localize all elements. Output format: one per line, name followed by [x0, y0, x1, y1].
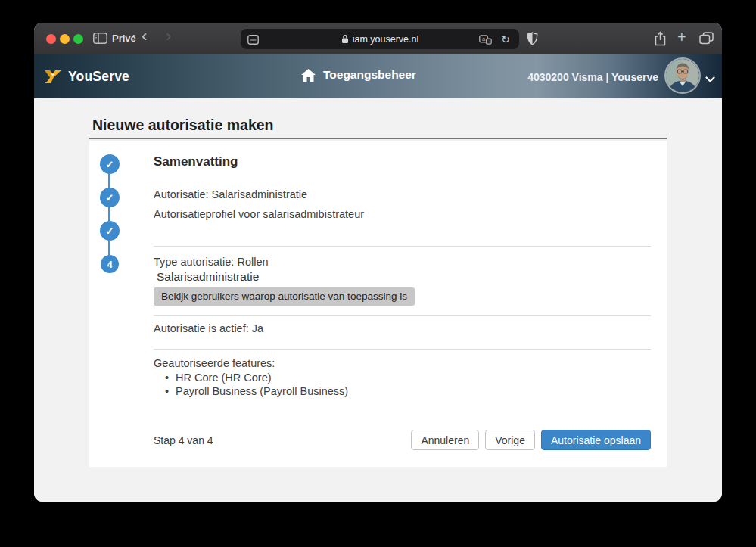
- shield-icon[interactable]: [527, 32, 538, 48]
- app-header: YouServe Toegangsbeheer 4030200 Visma | …: [34, 54, 722, 98]
- feature-item: HR Core (HR Core): [165, 371, 272, 384]
- browser-window: Privé ‹ › iam.youserve.nl a ↻: [34, 23, 722, 502]
- url-text: iam.youserve.nl: [353, 34, 419, 45]
- home-icon: [301, 69, 316, 82]
- zoom-window-button[interactable]: [73, 34, 83, 44]
- active-line: Autorisatie is actief: Ja: [154, 322, 263, 334]
- avatar[interactable]: [666, 59, 699, 92]
- page-title: Nieuwe autorisatie maken: [92, 117, 274, 134]
- translate-icon[interactable]: a: [479, 34, 492, 48]
- section-divider: [154, 246, 651, 247]
- previous-button[interactable]: Vorige: [485, 430, 535, 450]
- address-bar[interactable]: iam.youserve.nl a ↻: [241, 29, 519, 49]
- minimize-window-button[interactable]: [60, 34, 70, 44]
- forward-icon: ›: [166, 28, 171, 45]
- screenshot-canvas: Privé ‹ › iam.youserve.nl a ↻: [0, 0, 756, 547]
- title-divider: [89, 138, 667, 139]
- type-line: Type autorisatie: Rollen: [154, 256, 269, 268]
- brand-name: YouServe: [68, 69, 129, 85]
- type-value: Salarisadministratie: [157, 270, 259, 284]
- step-indicator: Stap 4 van 4: [154, 434, 213, 446]
- page-format-icon[interactable]: [247, 34, 259, 48]
- summary-heading: Samenvatting: [154, 154, 238, 169]
- step-4-current[interactable]: 4: [101, 255, 119, 273]
- browser-toolbar: Privé ‹ › iam.youserve.nl a ↻: [34, 23, 722, 55]
- feature-item: Payroll Business (Payroll Business): [165, 385, 348, 397]
- step-1-complete[interactable]: ✓: [100, 154, 120, 174]
- tab-overview-icon[interactable]: [699, 32, 714, 47]
- reload-icon[interactable]: ↻: [501, 33, 510, 45]
- section-divider: [154, 315, 651, 316]
- url-display[interactable]: iam.youserve.nl: [341, 34, 419, 45]
- svg-text:a: a: [482, 36, 486, 42]
- new-tab-icon[interactable]: +: [677, 30, 686, 45]
- page-content: Nieuwe autorisatie maken ✓ ✓ ✓ 4 Samenva…: [34, 98, 722, 502]
- back-icon[interactable]: ‹: [142, 28, 147, 45]
- summary-card: ✓ ✓ ✓ 4 Samenvatting Autorisatie: Salari…: [89, 141, 667, 467]
- step-2-complete[interactable]: ✓: [100, 188, 120, 207]
- lock-icon: [341, 34, 349, 44]
- save-authorization-button[interactable]: Autorisatie opslaan: [541, 430, 651, 450]
- features-heading: Geautoriseerde features:: [154, 357, 275, 369]
- nav-home[interactable]: Toegangsbeheer: [301, 68, 416, 82]
- sidebar-icon[interactable]: [93, 33, 107, 46]
- footer-buttons: Annuleren Vorige Autorisatie opslaan: [411, 430, 651, 450]
- account-label: 4030200 Visma | Youserve: [527, 71, 658, 83]
- chevron-down-icon[interactable]: [705, 73, 715, 86]
- section-divider: [154, 349, 651, 350]
- private-browsing-label: Privé: [112, 33, 136, 43]
- youserve-logo-icon: [44, 67, 62, 85]
- share-icon[interactable]: [654, 31, 667, 48]
- step-3-complete[interactable]: ✓: [100, 221, 120, 241]
- nav-title: Toegangsbeheer: [323, 68, 416, 82]
- cancel-button[interactable]: Annuleren: [411, 430, 479, 450]
- profile-line: Autorisatieprofiel voor salarisadmibistr…: [154, 208, 364, 220]
- brand-logo[interactable]: YouServe: [44, 67, 129, 85]
- view-users-button[interactable]: Bekijk gebruikers waarop autorisatie van…: [154, 287, 415, 306]
- authorization-line: Autorisatie: Salarisadministratie: [154, 188, 307, 200]
- stepper-connector: [108, 164, 110, 264]
- close-window-button[interactable]: [46, 34, 56, 44]
